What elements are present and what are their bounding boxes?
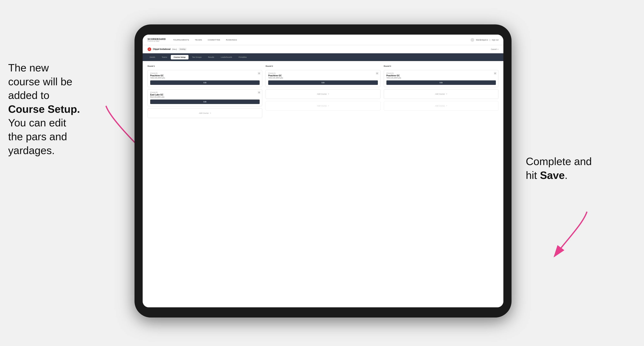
nav-right: blair@clippd.io | Sign out [470,38,498,42]
round2-course-a-name: Peachtree GC [268,74,378,77]
tournament-name: Clippd Invitational [153,48,170,50]
nav-rankings[interactable]: RANKINGS [226,39,237,41]
round1-course-a-edit[interactable]: Edit [150,80,260,85]
tab-results[interactable]: Results [205,55,217,59]
nav-teams[interactable]: TEAMS [195,39,202,41]
round-3-label: Round 3 [384,65,498,67]
round3-add-course-disabled: Add Course + [384,101,498,111]
sign-out-link[interactable]: Sign out [492,39,498,41]
round3-course-a-edit[interactable]: Edit [386,80,496,85]
nav-separator: | [490,39,490,41]
logo-subtitle: Powered by clippd [148,40,166,42]
round2-course-a-edit[interactable]: Edit [268,80,378,85]
main-content: Round 1 ⊟ (Course A) Peachtree GC Yellow… [143,61,504,307]
cancel-button[interactable]: Cancel [491,48,497,50]
annotation-line6: the pars and [8,131,67,143]
top-nav: SCOREBOARD Powered by clippd TOURNAMENTS… [143,35,504,45]
round2-course-a-tee: Yellow (M) (6629 yds) [268,77,378,79]
rounds-grid: Round 1 ⊟ (Course A) Peachtree GC Yellow… [148,65,498,303]
tab-bar: Details Teams Course Setup Tee Groups Re… [143,53,504,61]
round1-course-b-name: East Lake GC [150,94,260,96]
round-1-column: Round 1 ⊟ (Course A) Peachtree GC Yellow… [148,65,262,303]
annotation-right-line2: hit Save. [526,169,568,181]
nav-committee[interactable]: COMMITTEE [208,39,220,41]
annotation-right-line1: Complete and [526,156,592,167]
tournament-info: C Clippd Invitational (Men) Hosting [148,47,186,51]
round2-course-a-card: ⊟ (Course A) Peachtree GC Yellow (M) (66… [266,70,380,87]
round2-add-course[interactable]: Add Course + [266,89,380,99]
round1-course-a-label: (Course A) [150,72,260,74]
nav-left: SCOREBOARD Powered by clippd TOURNAMENTS… [148,38,237,42]
scoreboard-logo: SCOREBOARD Powered by clippd [148,38,166,42]
round1-course-a-card: ⊟ (Course A) Peachtree GC Yellow (M) (66… [148,70,262,87]
round3-course-a-delete[interactable]: ⊟ [494,72,497,75]
round-2-column: Round 2 ⊟ (Course A) Peachtree GC Yellow… [266,65,380,303]
sub-header: C Clippd Invitational (Men) Hosting Canc… [143,45,504,53]
tournament-logo: C [148,47,151,51]
annotation-line1: The new [8,62,49,74]
tab-course-setup[interactable]: Course Setup [171,55,188,59]
right-arrow [542,208,599,265]
tablet-frame: SCOREBOARD Powered by clippd TOURNAMENTS… [134,24,512,318]
annotation-line3: added to [8,89,49,101]
tablet-screen: SCOREBOARD Powered by clippd TOURNAMENTS… [143,35,504,307]
round3-course-a-label: (Course A) [386,72,496,74]
tab-tee-groups[interactable]: Tee Groups [189,55,204,59]
round1-course-a-delete[interactable]: ⊟ [258,72,260,75]
round1-course-b-delete[interactable]: ⊟ [258,91,260,94]
round1-course-b-label: (Course B) [150,91,260,93]
annotation-line7: yardages. [8,145,54,156]
round1-course-b-edit[interactable]: Edit [150,100,260,104]
user-avatar [470,38,474,42]
tournament-gender: (Men) [172,48,177,50]
round3-course-a-card: ⊟ (Course A) Peachtree GC Yellow (M) (66… [384,70,498,87]
annotation-line2: course will be [8,76,72,88]
round1-course-a-name: Peachtree GC [150,74,260,77]
round1-course-a-tee: Yellow (M) (6629 yds) [150,77,260,79]
cancel-area[interactable]: Cancel × [491,48,498,50]
round3-course-a-tee: Yellow (M) (6629 yds) [386,77,496,79]
hosting-badge: Hosting [178,48,186,50]
left-annotation: The new course will be added to Course S… [8,61,94,157]
right-annotation: Complete and hit Save. [526,155,603,182]
round-2-label: Round 2 [266,65,380,67]
round2-course-a-delete[interactable]: ⊟ [376,72,379,75]
tab-leaderboards[interactable]: Leaderboards [218,55,235,59]
round3-course-a-name: Peachtree GC [386,74,496,77]
tab-teams[interactable]: Teams [159,55,170,59]
round1-course-b-tee: Black (M) (6891 yds) [150,96,260,98]
round2-course-a-label: (Course A) [268,72,378,74]
close-icon[interactable]: × [498,48,498,50]
round2-add-course-disabled: Add Course + [266,101,380,111]
round-1-label: Round 1 [148,65,262,67]
user-email: blair@clippd.io [476,39,488,41]
logo-title: SCOREBOARD [148,38,166,40]
annotation-line4: Course Setup. [8,103,80,115]
nav-tournaments[interactable]: TOURNAMENTS [173,39,189,41]
round-3-column: Round 3 ⊟ (Course A) Peachtree GC Yellow… [384,65,498,303]
round1-course-b-card: ⊟ (Course B) East Lake GC Black (M) (689… [148,89,262,106]
tab-printables[interactable]: Printables [236,55,250,59]
annotation-line5: You can edit [8,117,66,129]
tab-details[interactable]: Details [147,55,158,59]
round1-add-course[interactable]: Add Course + [148,108,262,118]
round3-add-course[interactable]: Add Course + [384,89,498,99]
